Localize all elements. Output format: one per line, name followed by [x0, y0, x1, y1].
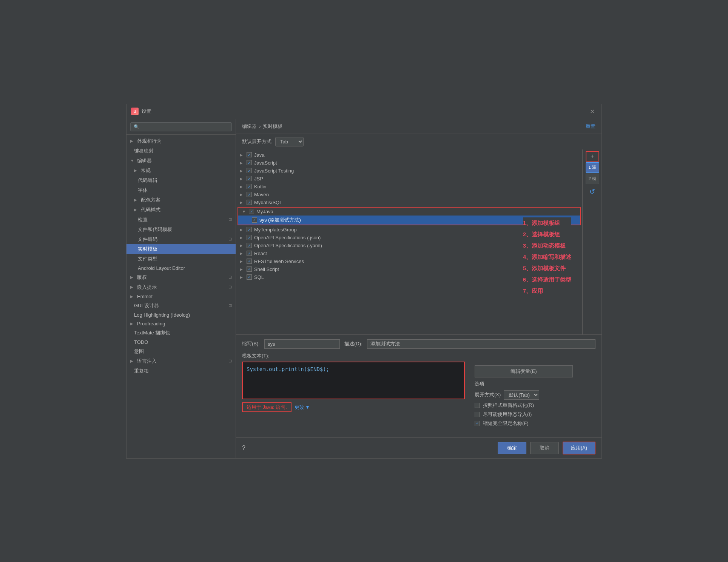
confirm-button[interactable]: 确定	[498, 442, 526, 454]
sidebar-item-label: 编辑器	[137, 157, 152, 164]
sidebar-item-code-style[interactable]: ▶ 代码样式	[126, 205, 236, 215]
tree-item-checkbox[interactable]	[247, 184, 252, 189]
tree-item-label: Java	[254, 152, 264, 158]
tree-item-jsp[interactable]: ▶ JSP	[236, 175, 582, 183]
shorten-checkbox[interactable]	[475, 421, 480, 426]
main-content: 编辑器 › 实时模板 重置 默认展开方式 Tab Enter Space	[236, 119, 602, 458]
reformat-checkbox[interactable]	[475, 403, 480, 408]
sidebar-item-label: 字体	[138, 187, 148, 194]
applies-row: 适用于 Java: 语句. 更改 ▼	[242, 402, 465, 412]
tree-item-checkbox[interactable]	[247, 152, 252, 157]
sidebar-item-copyright[interactable]: ▶ 版权 ⊡	[126, 273, 236, 282]
sidebar-item-log-highlighting[interactable]: Log Highlighting (Ideolog)	[126, 311, 236, 319]
tree-item-javascript[interactable]: ▶ JavaScript	[236, 159, 582, 167]
applies-badge[interactable]: 适用于 Java: 语句.	[242, 402, 292, 412]
expand-mode-option-select[interactable]: 默认(Tab) Tab Enter	[504, 390, 539, 400]
sidebar-item-code-editing[interactable]: 代码编辑	[126, 176, 236, 185]
sidebar-item-editor[interactable]: ▼ 编辑器	[126, 156, 236, 166]
sidebar-item-todo[interactable]: TODO	[126, 338, 236, 346]
template-text-area[interactable]: System.out.println($END$);	[242, 362, 465, 399]
close-button[interactable]: ✕	[588, 107, 597, 116]
tree-item-checkbox[interactable]	[247, 200, 252, 205]
tree-item-checkbox[interactable]	[247, 168, 252, 173]
search-input[interactable]	[130, 122, 232, 131]
sidebar-item-textmate[interactable]: TextMate 捆绑包	[126, 328, 236, 338]
chevron-right-icon: ▶	[130, 322, 135, 326]
options-title: 选项	[475, 380, 573, 387]
form-abbreviation-row: 缩写(B): 描述(D):	[242, 339, 595, 349]
tree-item-checkbox[interactable]	[247, 227, 252, 232]
sidebar-item-color-scheme[interactable]: ▶ 配色方案	[126, 195, 236, 205]
chevron-right-icon: ▶	[130, 285, 135, 289]
sidebar-item-live-templates[interactable]: 实时模板	[126, 244, 236, 254]
sidebar-item-general[interactable]: ▶ 常规	[126, 166, 236, 176]
option1-button[interactable]: 1 添	[586, 162, 599, 173]
tree-item-javascript-testing[interactable]: ▶ JavaScript Testing	[236, 167, 582, 175]
tree-item-label: JavaScript Testing	[254, 168, 294, 174]
tree-item-myjava[interactable]: ▼ MyJava	[238, 208, 580, 216]
tree-item-maven[interactable]: ▶ Maven	[236, 191, 582, 199]
sidebar-item-embedded[interactable]: ▶ 嵌入提示 ⊡	[126, 282, 236, 292]
add-button[interactable]: +	[586, 151, 599, 162]
sidebar-item-android-layout-editor[interactable]: Android Layout Editor	[126, 264, 236, 273]
sidebar-item-proofreading[interactable]: ▶ Proofreading	[126, 319, 236, 328]
tree-item-checkbox[interactable]	[247, 235, 252, 240]
tree-item-checkbox[interactable]	[247, 243, 252, 248]
sidebar-item-gui-designer[interactable]: GUI 设计器 ⊡	[126, 301, 236, 311]
reset-button[interactable]: 重置	[586, 123, 595, 130]
sidebar-item-inspections[interactable]: 检查 ⊡	[126, 215, 236, 225]
tree-item-java[interactable]: ▶ Java	[236, 151, 582, 159]
tree-item-checkbox[interactable]	[247, 192, 252, 197]
description-input[interactable]	[367, 339, 595, 349]
template-area-container: System.out.println($END$); 适用于 Java: 语句.…	[242, 362, 595, 433]
tree-item-kotlin[interactable]: ▶ Kotlin	[236, 183, 582, 191]
tree-item-checkbox[interactable]	[247, 251, 252, 256]
tree-item-shell-script[interactable]: ▶ Shell Script	[236, 265, 582, 273]
tree-item-label: sys (添加测试方法)	[259, 217, 301, 223]
change-link[interactable]: 更改 ▼	[295, 404, 310, 411]
help-button[interactable]: ?	[242, 445, 245, 451]
sidebar-item-emmet[interactable]: ▶ Emmet	[126, 292, 236, 301]
sidebar-item-appearance[interactable]: ▶ 外观和行为	[126, 136, 236, 146]
cancel-button[interactable]: 取消	[530, 442, 559, 454]
static-import-option-row: 尽可能使用静态导入(I)	[475, 411, 573, 418]
undo-button[interactable]: ↺	[586, 186, 599, 197]
tree-item-openapi-json[interactable]: ▶ OpenAPI Specifications (.json)	[236, 234, 582, 242]
sidebar-item-label: 文件类型	[138, 256, 157, 262]
chevron-right-icon: ▶	[240, 243, 244, 248]
sidebar-item-file-code-templates[interactable]: 文件和代码模板	[126, 225, 236, 234]
sidebar-item-yitu[interactable]: 意图	[126, 346, 236, 356]
info-icon: ⊡	[228, 237, 232, 242]
sidebar-item-reset-item[interactable]: 重复项	[126, 366, 236, 376]
tree-item-sql[interactable]: ▶ SQL	[236, 273, 582, 281]
abbreviation-input[interactable]	[264, 339, 340, 349]
tree-item-my-templates-group[interactable]: ▶ MyTemplatesGroup	[236, 226, 582, 234]
tree-item-checkbox[interactable]	[247, 160, 252, 165]
expand-mode-row: 默认展开方式 Tab Enter Space	[236, 134, 602, 149]
tree-item-checkbox[interactable]	[247, 176, 252, 181]
sidebar-content: ▶ 外观和行为 键盘映射 ▼ 编辑器 ▶ 常规	[126, 135, 236, 458]
sidebar-item-keymap[interactable]: 键盘映射	[126, 146, 236, 156]
tree-item-react[interactable]: ▶ React	[236, 249, 582, 257]
static-import-checkbox[interactable]	[475, 412, 480, 417]
tree-item-checkbox[interactable]	[247, 274, 252, 280]
template-text-label: 模板文本(T):	[242, 353, 595, 359]
tree-item-checkbox[interactable]	[247, 266, 252, 272]
sidebar-item-font[interactable]: 字体	[126, 185, 236, 195]
static-import-label: 尽可能使用静态导入(I)	[483, 411, 532, 418]
expand-mode-select[interactable]: Tab Enter Space	[275, 137, 304, 146]
apply-button[interactable]: 应用(A)	[563, 442, 595, 454]
option2-button[interactable]: 2 模	[586, 174, 599, 184]
sidebar-item-lang-injection[interactable]: ▶ 语言注入 ⊡	[126, 356, 236, 366]
tree-item-checkbox[interactable]	[249, 209, 254, 214]
tree-item-sys[interactable]: sys (添加测试方法)	[238, 216, 580, 225]
sidebar-item-file-encoding[interactable]: 文件编码 ⊡	[126, 234, 236, 244]
tree-item-openapi-yaml[interactable]: ▶ OpenAPI Specifications (.yaml)	[236, 242, 582, 249]
tree-item-mybatis[interactable]: ▶ Mybatis/SQL	[236, 199, 582, 206]
edit-vars-button[interactable]: 编辑变量(E)	[475, 365, 573, 377]
tree-item-checkbox[interactable]	[247, 259, 252, 264]
sidebar-item-file-types[interactable]: 文件类型	[126, 254, 236, 264]
title-bar: U 设置 ✕	[126, 104, 602, 119]
tree-item-checkbox[interactable]	[252, 217, 257, 223]
tree-item-restful[interactable]: ▶ RESTful Web Services	[236, 257, 582, 265]
